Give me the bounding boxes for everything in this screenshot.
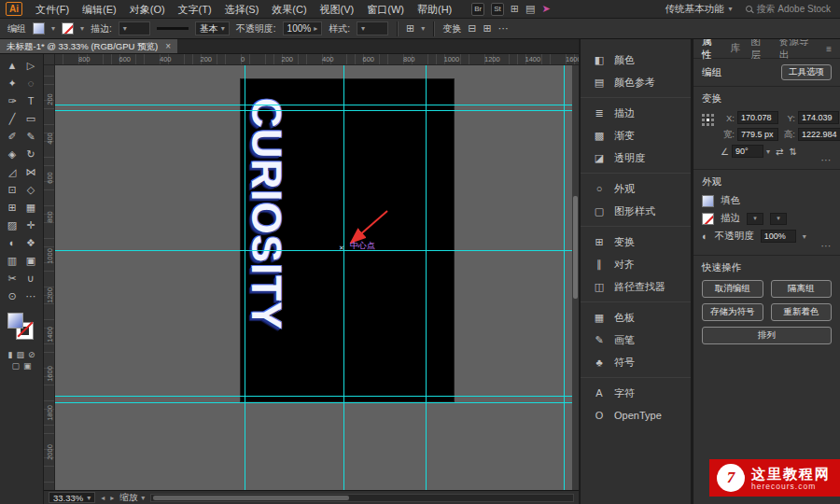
tab-2[interactable]: 图层: [750, 35, 769, 62]
stroke-weight-dropdown[interactable]: ▾: [747, 213, 763, 225]
screen-mode-icon[interactable]: ▣: [23, 361, 32, 371]
magic-wand-tool[interactable]: ✦: [3, 75, 21, 92]
flip-vertical-icon[interactable]: ⇅: [789, 147, 796, 157]
color-mode-icon[interactable]: ▮: [7, 350, 12, 359]
chevron-down-icon[interactable]: ▾: [80, 24, 84, 33]
fill-swatch[interactable]: [33, 22, 45, 35]
app-logo-icon[interactable]: Ai: [6, 2, 22, 16]
menu-item-1[interactable]: 编辑(E): [76, 0, 123, 19]
eyedropper-tool[interactable]: ✛: [21, 217, 40, 234]
menu-item-5[interactable]: 效果(C): [265, 0, 313, 19]
style-dropdown[interactable]: ▾: [357, 21, 388, 35]
scale-tool[interactable]: ◿: [3, 163, 21, 181]
width-field[interactable]: 779.5 px: [737, 128, 778, 141]
flip-horizontal-icon[interactable]: ⇄: [776, 147, 783, 157]
perspective-grid-tool[interactable]: ⊞: [3, 199, 21, 217]
rectangle-tool[interactable]: ▭: [21, 110, 40, 128]
stroke-swatch[interactable]: [62, 22, 74, 35]
artboard-text[interactable]: CURIOSITY: [241, 98, 291, 373]
tab-1[interactable]: 库: [731, 42, 741, 55]
menu-item-7[interactable]: 窗口(W): [360, 0, 411, 19]
panel-align[interactable]: ∥对齐: [581, 253, 691, 275]
panel-opentype[interactable]: OOpenType: [581, 404, 691, 427]
rotation-dropdown[interactable]: 90°: [732, 145, 763, 158]
height-field[interactable]: 1222.984: [798, 128, 840, 141]
arrange-documents-icon[interactable]: ▤: [525, 3, 535, 15]
opacity-field[interactable]: 100%▸: [283, 21, 323, 35]
stock-icon[interactable]: St: [491, 3, 504, 16]
line-segment-tool[interactable]: ╱: [3, 110, 21, 128]
chevron-down-icon[interactable]: ▾: [51, 24, 55, 33]
rotate-tool[interactable]: ↻: [21, 146, 40, 163]
zoom-tool[interactable]: ⊙: [3, 287, 21, 305]
panel-graphic-styles[interactable]: ▢图形样式: [581, 200, 691, 222]
type-tool[interactable]: T: [21, 92, 40, 110]
panel-transparency[interactable]: ◪透明度: [581, 147, 691, 169]
panel-stroke[interactable]: ≣描边: [581, 102, 691, 124]
lasso-tool[interactable]: ◌: [21, 75, 40, 92]
transform-link[interactable]: 变换: [442, 22, 461, 35]
stroke-options-dropdown[interactable]: ▾: [770, 213, 787, 225]
align-icon[interactable]: ⊟: [468, 22, 476, 35]
eraser-tool[interactable]: ◈: [3, 146, 21, 163]
draw-mode-icon[interactable]: ▢: [11, 361, 20, 371]
pen-tool[interactable]: ✑: [3, 92, 21, 110]
panel-brushes[interactable]: ✎画笔: [581, 329, 691, 351]
shape-builder-tool[interactable]: ◇: [21, 181, 40, 199]
tool-options-button[interactable]: 工具选项: [781, 64, 832, 80]
grid-icon[interactable]: ⊞: [511, 3, 519, 15]
fill-swatch[interactable]: [702, 195, 714, 207]
panel-menu-icon[interactable]: ≡: [826, 44, 832, 54]
ruler-origin-corner[interactable]: [44, 54, 55, 65]
mesh-tool[interactable]: ▦: [21, 199, 40, 217]
pencil-tool[interactable]: ✎: [21, 128, 40, 146]
free-transform-tool[interactable]: ⊡: [3, 181, 21, 199]
ruler-left[interactable]: 200400600800100012001400160018002000: [44, 65, 55, 490]
more-options-icon[interactable]: ⋯: [498, 22, 509, 35]
blend-tool[interactable]: ◐: [3, 234, 21, 252]
chevron-down-icon[interactable]: ▾: [421, 24, 425, 33]
next-artboard-icon[interactable]: ▸: [110, 494, 114, 502]
quick-action-1[interactable]: 隔离组: [771, 280, 833, 298]
column-graph-tool[interactable]: ▥: [3, 252, 21, 270]
workspace-switcher[interactable]: 传统基本功能 ▾: [665, 3, 733, 16]
panel-gradient[interactable]: ▩渐变: [581, 124, 691, 147]
bridge-icon[interactable]: Br: [471, 3, 484, 16]
panel-color-guide[interactable]: ▤颜色参考: [581, 71, 691, 93]
hand-tool[interactable]: ∪: [21, 270, 40, 287]
distribute-icon[interactable]: ⊞: [483, 22, 491, 35]
more-options-icon[interactable]: ⋯: [821, 240, 833, 251]
brush-definition-dropdown[interactable]: 基本▾: [195, 21, 230, 35]
panel-color[interactable]: ◧颜色: [581, 49, 691, 71]
panel-pathfinder[interactable]: ◫路径查找器: [581, 275, 691, 298]
artboard-tool[interactable]: ▣: [21, 252, 40, 270]
menu-item-4[interactable]: 选择(S): [218, 0, 266, 19]
menu-item-0[interactable]: 文件(F): [29, 0, 76, 19]
edit-toolbar-tool[interactable]: ⋯: [21, 287, 40, 305]
panel-character[interactable]: A字符: [581, 382, 691, 404]
width-tool[interactable]: ⋈: [21, 163, 40, 181]
chevron-down-icon[interactable]: ▾: [766, 147, 770, 156]
vertical-scrollbar[interactable]: [572, 65, 579, 490]
ruler-top[interactable]: 8006004002000200400600800100012001400160…: [55, 54, 579, 65]
stroke-swatch[interactable]: [702, 213, 714, 225]
none-mode-icon[interactable]: ⊘: [28, 350, 35, 359]
y-field[interactable]: 174.039: [798, 111, 839, 124]
more-options-icon[interactable]: ⋯: [821, 154, 833, 165]
gradient-mode-icon[interactable]: ▨: [16, 350, 24, 359]
quick-action-0[interactable]: 取消编组: [702, 280, 763, 298]
tab-3[interactable]: 资源导出: [779, 35, 816, 62]
close-icon[interactable]: ×: [165, 39, 171, 54]
menu-item-6[interactable]: 视图(V): [314, 0, 361, 19]
tab-0[interactable]: 属性: [702, 35, 721, 62]
zoom-level-dropdown[interactable]: 33.33% ▾: [49, 492, 95, 503]
gradient-tool[interactable]: ▨: [3, 217, 21, 234]
menu-item-3[interactable]: 文字(T): [172, 0, 218, 19]
panel-transform[interactable]: ⊞变换: [581, 231, 691, 253]
document-setup-icon[interactable]: ⊞: [406, 22, 414, 35]
panel-appearance[interactable]: ○外观: [581, 177, 691, 200]
stroke-weight-field[interactable]: ▾: [119, 21, 150, 35]
panel-swatches[interactable]: ▦色板: [581, 306, 691, 329]
scrollbar-thumb[interactable]: [573, 196, 578, 299]
panel-symbols[interactable]: ♣符号: [581, 351, 691, 373]
